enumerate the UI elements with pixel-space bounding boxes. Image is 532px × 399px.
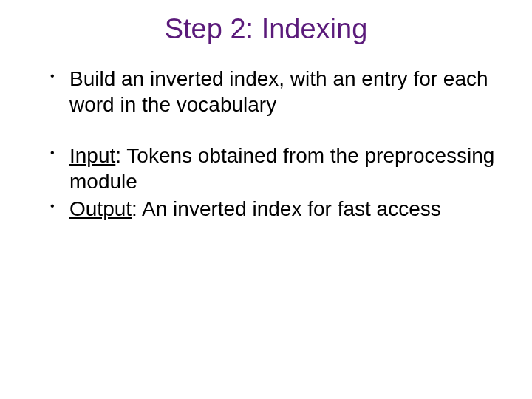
- bullet-item: Output: An inverted index for fast acces…: [50, 196, 502, 222]
- bullet-label-underlined: Input: [69, 144, 115, 167]
- slide-title: Step 2: Indexing: [30, 13, 502, 45]
- bullet-text: : An inverted index for fast access: [132, 197, 441, 220]
- bullet-text: Build an inverted index, with an entry f…: [69, 67, 488, 116]
- bullet-list: Build an inverted index, with an entry f…: [30, 66, 502, 222]
- bullet-item: Input: Tokens obtained from the preproce…: [50, 143, 502, 194]
- bullet-label-underlined: Output: [69, 197, 132, 220]
- bullet-item: Build an inverted index, with an entry f…: [50, 66, 502, 117]
- slide: Step 2: Indexing Build an inverted index…: [0, 0, 532, 399]
- bullet-text: : Tokens obtained from the preprocessing…: [69, 144, 494, 193]
